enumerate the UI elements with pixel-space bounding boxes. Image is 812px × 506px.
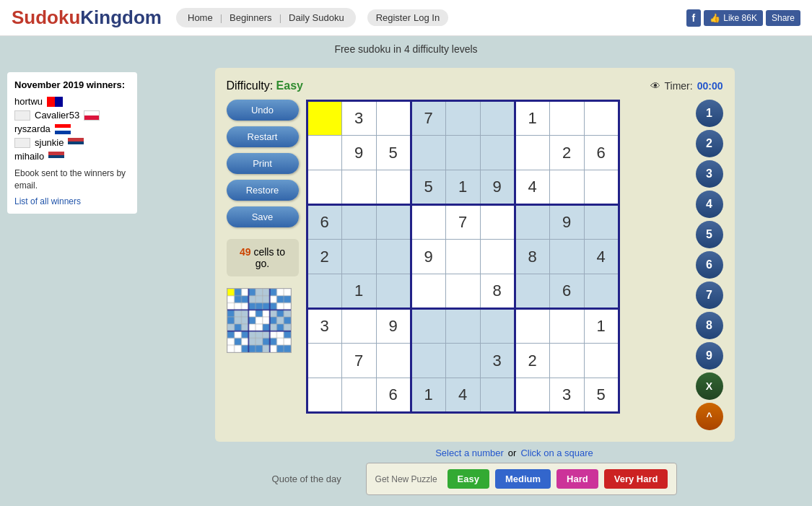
sudoku-cell[interactable] bbox=[480, 378, 515, 413]
sudoku-cell[interactable] bbox=[445, 309, 480, 344]
sudoku-cell[interactable]: 8 bbox=[480, 274, 515, 309]
sudoku-cell[interactable] bbox=[549, 101, 584, 136]
sudoku-cell[interactable] bbox=[515, 136, 549, 170]
sudoku-cell[interactable]: 8 bbox=[515, 240, 549, 274]
sudoku-cell[interactable]: 3 bbox=[341, 101, 376, 136]
sudoku-cell[interactable] bbox=[341, 309, 376, 344]
undo-button[interactable]: Undo bbox=[227, 100, 299, 121]
sudoku-cell[interactable]: 6 bbox=[549, 274, 584, 309]
nav-home[interactable]: Home bbox=[183, 11, 217, 25]
sudoku-cell[interactable]: 5 bbox=[411, 170, 445, 205]
sudoku-cell[interactable] bbox=[307, 101, 341, 136]
sudoku-cell[interactable]: 6 bbox=[307, 205, 341, 240]
sudoku-cell[interactable] bbox=[307, 274, 341, 309]
sudoku-cell[interactable] bbox=[480, 136, 515, 170]
sudoku-cell[interactable]: 3 bbox=[480, 344, 515, 378]
num-button-6[interactable]: 6 bbox=[696, 251, 723, 279]
sudoku-cell[interactable] bbox=[549, 344, 584, 378]
sudoku-cell[interactable] bbox=[445, 344, 480, 378]
num-button-4[interactable]: 4 bbox=[696, 191, 723, 218]
sudoku-cell[interactable] bbox=[307, 136, 341, 170]
sudoku-cell[interactable]: 9 bbox=[411, 240, 445, 274]
sudoku-cell[interactable] bbox=[376, 205, 411, 240]
sudoku-cell[interactable] bbox=[584, 205, 619, 240]
sudoku-cell[interactable] bbox=[584, 344, 619, 378]
sudoku-cell[interactable] bbox=[584, 101, 619, 136]
sudoku-cell[interactable] bbox=[445, 274, 480, 309]
sudoku-cell[interactable]: 7 bbox=[445, 205, 480, 240]
sudoku-cell[interactable] bbox=[411, 309, 445, 344]
num-button-8[interactable]: 8 bbox=[696, 312, 723, 339]
sudoku-cell[interactable] bbox=[411, 344, 445, 378]
share-button[interactable]: Share bbox=[766, 10, 800, 26]
medium-button[interactable]: Medium bbox=[495, 469, 551, 489]
easy-button[interactable]: Easy bbox=[448, 469, 489, 489]
restore-button[interactable]: Restore bbox=[227, 180, 299, 201]
print-button[interactable]: Print bbox=[227, 153, 299, 174]
sudoku-cell[interactable] bbox=[341, 240, 376, 274]
sudoku-cell[interactable]: 9 bbox=[341, 136, 376, 170]
sudoku-cell[interactable]: 1 bbox=[445, 170, 480, 205]
sudoku-cell[interactable] bbox=[515, 378, 549, 413]
sudoku-cell[interactable] bbox=[307, 344, 341, 378]
sudoku-cell[interactable] bbox=[480, 101, 515, 136]
sudoku-cell[interactable] bbox=[480, 240, 515, 274]
sudoku-cell[interactable]: 1 bbox=[341, 274, 376, 309]
sudoku-cell[interactable]: 9 bbox=[549, 205, 584, 240]
sudoku-cell[interactable]: 1 bbox=[411, 378, 445, 413]
sudoku-cell[interactable]: 1 bbox=[515, 101, 549, 136]
sudoku-cell[interactable]: 6 bbox=[376, 378, 411, 413]
save-button[interactable]: Save bbox=[227, 206, 299, 227]
sudoku-cell[interactable] bbox=[341, 378, 376, 413]
sudoku-cell[interactable]: 3 bbox=[549, 378, 584, 413]
sudoku-cell[interactable] bbox=[341, 170, 376, 205]
sudoku-cell[interactable] bbox=[411, 205, 445, 240]
sudoku-cell[interactable] bbox=[584, 170, 619, 205]
sudoku-cell[interactable] bbox=[549, 170, 584, 205]
sudoku-cell[interactable] bbox=[549, 309, 584, 344]
sudoku-cell[interactable] bbox=[376, 240, 411, 274]
all-winners-link[interactable]: List of all winners bbox=[14, 196, 130, 206]
sudoku-cell[interactable] bbox=[515, 205, 549, 240]
sudoku-cell[interactable]: 7 bbox=[411, 101, 445, 136]
undo-num-button[interactable]: ^ bbox=[696, 403, 723, 430]
sudoku-cell[interactable]: 2 bbox=[307, 240, 341, 274]
sudoku-cell[interactable] bbox=[515, 309, 549, 344]
clear-button[interactable]: X bbox=[696, 372, 723, 400]
sudoku-cell[interactable] bbox=[480, 205, 515, 240]
num-button-3[interactable]: 3 bbox=[696, 160, 723, 188]
num-button-9[interactable]: 9 bbox=[696, 342, 723, 370]
nav-beginners[interactable]: Beginners bbox=[225, 11, 276, 25]
sudoku-cell[interactable] bbox=[376, 170, 411, 205]
sudoku-cell[interactable] bbox=[307, 378, 341, 413]
restart-button[interactable]: Restart bbox=[227, 126, 299, 147]
sudoku-cell[interactable]: 1 bbox=[584, 309, 619, 344]
sudoku-cell[interactable] bbox=[584, 274, 619, 309]
num-button-2[interactable]: 2 bbox=[696, 130, 723, 157]
sudoku-cell[interactable]: 9 bbox=[480, 170, 515, 205]
sudoku-cell[interactable] bbox=[480, 309, 515, 344]
facebook-icon[interactable]: f bbox=[686, 9, 702, 27]
sudoku-cell[interactable] bbox=[445, 136, 480, 170]
sudoku-cell[interactable] bbox=[549, 240, 584, 274]
sudoku-cell[interactable] bbox=[411, 274, 445, 309]
sudoku-cell[interactable] bbox=[445, 240, 480, 274]
sudoku-cell[interactable]: 4 bbox=[584, 240, 619, 274]
sudoku-cell[interactable]: 3 bbox=[307, 309, 341, 344]
sudoku-cell[interactable]: 5 bbox=[584, 378, 619, 413]
very-hard-button[interactable]: Very Hard bbox=[604, 469, 668, 489]
sudoku-cell[interactable] bbox=[445, 101, 480, 136]
sudoku-cell[interactable] bbox=[376, 101, 411, 136]
sudoku-cell[interactable]: 6 bbox=[584, 136, 619, 170]
hard-button[interactable]: Hard bbox=[556, 469, 598, 489]
register-button[interactable]: Register bbox=[376, 12, 411, 23]
sudoku-cell[interactable] bbox=[411, 136, 445, 170]
sudoku-cell[interactable]: 5 bbox=[376, 136, 411, 170]
num-button-7[interactable]: 7 bbox=[696, 282, 723, 309]
login-button[interactable]: Log In bbox=[414, 12, 440, 23]
sudoku-cell[interactable]: 2 bbox=[549, 136, 584, 170]
sudoku-cell[interactable]: 2 bbox=[515, 344, 549, 378]
nav-daily[interactable]: Daily Sudoku bbox=[284, 11, 349, 25]
sudoku-cell[interactable] bbox=[341, 205, 376, 240]
sudoku-cell[interactable] bbox=[376, 344, 411, 378]
